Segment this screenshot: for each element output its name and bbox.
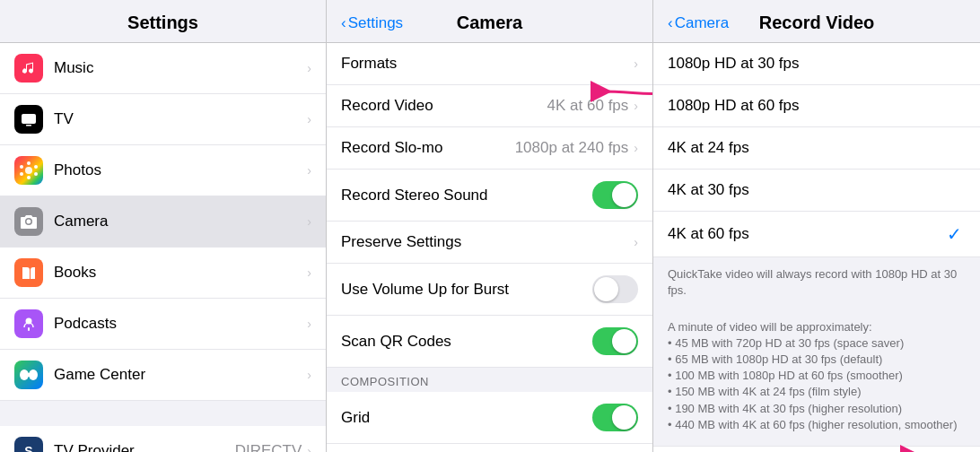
sidebar-item-tvprovider[interactable]: S TV Provider DIRECTV ›	[0, 426, 326, 452]
camera-chevron: ›	[307, 214, 311, 229]
slomo-value: 1080p at 240 fps	[515, 139, 629, 157]
stereo-label: Record Stereo Sound	[341, 187, 592, 204]
tv-label: TV	[54, 110, 307, 128]
record-video-value: 4K at 60 fps	[547, 97, 629, 115]
svg-rect-1	[26, 125, 31, 126]
svg-rect-13	[23, 373, 34, 377]
camera-item-slomo[interactable]: Record Slo-mo 1080p at 240 fps ›	[327, 127, 652, 170]
record-options-list: 1080p HD at 30 fps 1080p HD at 60 fps 4K…	[653, 43, 980, 452]
books-label: Books	[54, 264, 307, 282]
stereo-toggle-knob	[612, 183, 636, 207]
camera-settings-list: Formats › Record Video 4K at 60 fps › Re…	[327, 43, 652, 452]
camera-panel-header: ‹ Settings Camera	[327, 0, 652, 43]
svg-point-3	[27, 161, 31, 165]
scan-qr-toggle[interactable]	[592, 327, 638, 355]
record-item-1080p-30[interactable]: 1080p HD at 30 fps	[653, 43, 980, 85]
camera-item-grid[interactable]: Grid	[327, 392, 652, 444]
1080p-60-label: 1080p HD at 60 fps	[668, 97, 966, 115]
svg-point-7	[20, 172, 23, 176]
minute-info: A minute of video will be approximately:…	[668, 319, 966, 433]
scan-qr-toggle-knob	[612, 329, 636, 353]
camera-item-scan-qr[interactable]: Scan QR Codes	[327, 316, 652, 368]
podcasts-icon	[14, 309, 43, 338]
sidebar-item-gamecenter[interactable]: Game Center ›	[0, 350, 326, 401]
grid-label: Grid	[341, 409, 592, 427]
books-chevron: ›	[307, 265, 311, 280]
4k-60-checkmark: ✓	[947, 223, 962, 245]
sidebar-item-music[interactable]: Music ›	[0, 43, 326, 94]
settings-header: Settings	[0, 0, 326, 43]
music-chevron: ›	[307, 61, 311, 75]
svg-point-2	[25, 167, 32, 174]
camera-icon	[14, 207, 43, 236]
preserve-chevron: ›	[634, 235, 638, 249]
record-back-button[interactable]: ‹ Camera	[668, 14, 729, 32]
tv-icon	[14, 105, 43, 134]
camera-item-mirror-front[interactable]: Mirror Front Camera	[327, 444, 652, 452]
svg-point-6	[27, 176, 31, 179]
settings-title: Settings	[14, 13, 311, 33]
settings-panel: Settings Music › TV › Photos ›	[0, 0, 327, 452]
photos-chevron: ›	[307, 163, 311, 178]
scan-qr-label: Scan QR Codes	[341, 333, 592, 351]
camera-item-record-video[interactable]: Record Video 4K at 60 fps ›	[327, 85, 652, 127]
record-panel-header: ‹ Camera Record Video	[653, 0, 980, 43]
sidebar-item-podcasts[interactable]: Podcasts ›	[0, 299, 326, 350]
quicktake-info: QuickTake video will always record with …	[668, 266, 966, 299]
formats-label: Formats	[341, 55, 634, 73]
svg-point-5	[34, 172, 38, 176]
sidebar-item-tv[interactable]: TV ›	[0, 94, 326, 145]
grid-toggle[interactable]	[592, 404, 638, 431]
volume-burst-toggle[interactable]	[592, 275, 638, 303]
tvprovider-chevron: ›	[307, 444, 311, 452]
record-item-4k-60[interactable]: 4K at 60 fps ✓	[653, 212, 980, 257]
books-icon	[14, 258, 43, 287]
camera-panel-title: Camera	[457, 13, 522, 33]
back-chevron-icon: ‹	[341, 14, 346, 32]
1080p-30-label: 1080p HD at 30 fps	[668, 55, 966, 73]
camera-item-volume-burst[interactable]: Use Volume Up for Burst	[327, 264, 652, 316]
tv-chevron: ›	[307, 112, 311, 126]
4k-30-label: 4K at 30 fps	[668, 181, 966, 199]
svg-rect-10	[28, 327, 30, 331]
gamecenter-label: Game Center	[54, 366, 307, 384]
record-item-4k-30[interactable]: 4K at 30 fps	[653, 170, 980, 212]
formats-chevron: ›	[634, 56, 638, 71]
preserve-label: Preserve Settings	[341, 233, 634, 251]
camera-item-preserve[interactable]: Preserve Settings ›	[327, 222, 652, 264]
record-info-box: QuickTake video will always record with …	[653, 257, 980, 446]
camera-panel: ‹ Settings Camera Formats › Record Video…	[327, 0, 653, 452]
slomo-label: Record Slo-mo	[341, 139, 515, 157]
4k-24-label: 4K at 24 fps	[668, 139, 966, 157]
camera-label: Camera	[54, 213, 307, 230]
podcasts-chevron: ›	[307, 317, 311, 331]
camera-item-formats[interactable]: Formats ›	[327, 43, 652, 85]
record-back-label: Camera	[675, 14, 729, 32]
photos-label: Photos	[54, 161, 307, 179]
record-item-4k-24[interactable]: 4K at 24 fps	[653, 127, 980, 170]
record-video-label: Record Video	[341, 97, 547, 115]
volume-burst-toggle-knob	[594, 277, 618, 301]
gamecenter-icon	[14, 361, 43, 389]
record-item-1080p-60[interactable]: 1080p HD at 60 fps	[653, 85, 980, 127]
tvprovider-label: TV Provider	[54, 442, 235, 452]
music-label: Music	[54, 59, 307, 77]
sidebar-item-camera[interactable]: Camera ›	[0, 196, 326, 248]
4k-60-label: 4K at 60 fps	[668, 225, 947, 243]
tvprovider-icon: S	[14, 437, 43, 452]
camera-back-button[interactable]: ‹ Settings	[341, 14, 403, 32]
slomo-chevron: ›	[634, 141, 638, 155]
svg-rect-0	[22, 114, 36, 124]
sidebar-item-photos[interactable]: Photos ›	[0, 145, 326, 196]
settings-divider	[0, 401, 326, 426]
music-icon	[14, 54, 43, 83]
podcasts-label: Podcasts	[54, 315, 307, 333]
settings-list: Music › TV › Photos › Camera ›	[0, 43, 326, 452]
gamecenter-chevron: ›	[307, 368, 311, 382]
svg-point-4	[34, 165, 38, 169]
sidebar-item-books[interactable]: Books ›	[0, 248, 326, 299]
camera-back-label: Settings	[348, 14, 403, 32]
stereo-toggle[interactable]	[592, 181, 638, 209]
camera-item-stereo[interactable]: Record Stereo Sound	[327, 170, 652, 222]
hdr-video-item[interactable]: HDR Video	[653, 446, 980, 452]
